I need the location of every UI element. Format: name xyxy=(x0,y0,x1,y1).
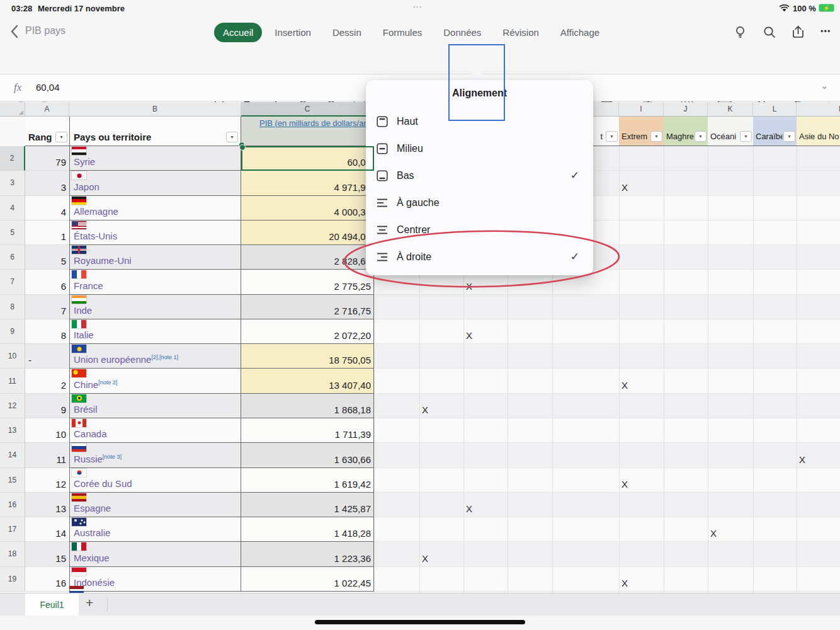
row-header-8[interactable]: 8 xyxy=(0,295,25,319)
cell-B7[interactable]: France xyxy=(69,270,241,294)
back-chevron-icon[interactable] xyxy=(10,24,19,39)
cell-K17-x-mark[interactable]: X xyxy=(710,528,717,539)
cell-E18-x-mark[interactable]: X xyxy=(422,553,428,564)
footnote-ref[interactable]: [2],[note 1] xyxy=(151,354,178,360)
cell-F16-x-mark[interactable]: X xyxy=(466,503,472,514)
menu-item-valign-middle[interactable]: Milieu xyxy=(366,135,593,162)
row-header-14[interactable]: 14 xyxy=(0,443,25,467)
cell-A16[interactable]: 13 xyxy=(25,493,69,517)
cell-A18[interactable]: 15 xyxy=(25,542,69,566)
cell-C9[interactable]: 2 072,20 xyxy=(241,319,374,344)
pib-header-link[interactable]: PIB (en milliards de dollars/an) xyxy=(245,118,371,129)
cell-L1-region[interactable]: Caraïbe▾ xyxy=(753,117,797,146)
cell-A7[interactable]: 6 xyxy=(25,270,69,294)
cell-A19[interactable]: 16 xyxy=(25,567,69,592)
column-header-I[interactable]: I xyxy=(619,102,664,117)
formula-expand-icon[interactable]: ⌄ xyxy=(820,80,829,91)
cell-B3[interactable]: Japon xyxy=(69,171,241,195)
column-header-A[interactable]: A xyxy=(25,102,69,117)
add-sheet-button[interactable]: + xyxy=(86,595,93,610)
cell-C14[interactable]: 1 630,66 xyxy=(241,443,374,467)
cell-A13[interactable]: 10 xyxy=(25,418,69,443)
footnote-ref[interactable]: [note 2] xyxy=(98,379,117,386)
cell-J1-region[interactable]: Maghre▾ xyxy=(664,117,708,146)
share-icon[interactable] xyxy=(791,25,805,39)
row-header-9[interactable]: 9 xyxy=(0,319,25,344)
row-header-16[interactable]: 16 xyxy=(0,493,25,517)
ribbon-tab-révision[interactable]: Révision xyxy=(494,23,548,42)
region-filter-button[interactable]: ▾ xyxy=(695,131,707,142)
more-icon[interactable]: ••• xyxy=(820,26,831,36)
cell-C10[interactable]: 18 750,05 xyxy=(241,344,374,369)
region-filter-button[interactable]: ▾ xyxy=(650,131,662,142)
sheet-tab-feuil1[interactable]: Feuil1 xyxy=(25,593,79,616)
column-header-B[interactable]: B xyxy=(69,102,241,117)
region-filter-button[interactable]: ▾ xyxy=(783,131,795,142)
selection-handle[interactable] xyxy=(239,144,246,151)
cell-C12[interactable]: 1 868,18 xyxy=(241,394,374,418)
cell-A11[interactable]: 2 xyxy=(25,369,69,393)
cell-A2[interactable]: 79 xyxy=(25,146,69,171)
cell-E12-x-mark[interactable]: X xyxy=(422,404,428,415)
cell-B6[interactable]: Royaume-Uni xyxy=(69,245,241,270)
cell-C8[interactable]: 2 716,75 xyxy=(241,295,374,319)
cell-C15[interactable]: 1 619,42 xyxy=(241,468,374,493)
cell-A15[interactable]: 12 xyxy=(25,468,69,493)
cell-B19[interactable]: Indonésie xyxy=(69,567,241,592)
cell-C16[interactable]: 1 425,87 xyxy=(241,493,374,517)
ribbon-tab-affichage[interactable]: Affichage xyxy=(552,23,608,42)
cell-C17[interactable]: 1 418,28 xyxy=(241,517,374,542)
cell-C3[interactable]: 4 971,93 xyxy=(241,171,374,195)
ribbon-tab-formules[interactable]: Formules xyxy=(374,23,431,42)
cell-I19-x-mark[interactable]: X xyxy=(621,578,628,588)
ribbon-tab-dessin[interactable]: Dessin xyxy=(324,23,370,42)
cell-B12[interactable]: Brésil xyxy=(69,394,241,418)
cell-I15-x-mark[interactable]: X xyxy=(621,479,628,490)
column-header-M[interactable]: M xyxy=(797,102,840,117)
cell-A9[interactable]: 8 xyxy=(25,319,69,344)
cell-A1-rang[interactable]: Rang ▾ xyxy=(25,117,69,146)
cell-B1-pays[interactable]: Pays ou territoire ▾ xyxy=(69,117,241,146)
footnote-ref[interactable]: [note 3] xyxy=(103,454,122,460)
cell-A8[interactable]: 7 xyxy=(25,295,69,319)
row-header-17[interactable]: 17 xyxy=(0,517,25,542)
row-header-4[interactable]: 4 xyxy=(0,196,25,220)
row-header-12[interactable]: 12 xyxy=(0,394,25,418)
search-icon[interactable] xyxy=(763,25,776,39)
cell-B8[interactable]: Inde xyxy=(69,295,241,319)
cell-M1-region[interactable]: Asie du No xyxy=(797,117,840,146)
cell-A3[interactable]: 3 xyxy=(25,171,69,195)
column-header-J[interactable]: J xyxy=(664,102,708,117)
row-header-6[interactable]: 6 xyxy=(0,245,25,270)
lightbulb-icon[interactable] xyxy=(734,25,747,39)
menu-item-align-center[interactable]: Centrer xyxy=(366,216,593,243)
row-header-10[interactable]: 10 xyxy=(0,344,25,369)
select-all-corner[interactable]: ◢ xyxy=(0,102,25,117)
ribbon-tab-accueil[interactable]: Accueil xyxy=(214,23,262,42)
cell-F9-x-mark[interactable]: X xyxy=(466,330,472,341)
rang-filter-button[interactable]: ▾ xyxy=(55,132,67,142)
cell-B5[interactable]: États-Unis xyxy=(69,220,241,245)
cell-B9[interactable]: Italie xyxy=(69,319,241,344)
row-header-7[interactable]: 7 xyxy=(0,270,25,294)
region-filter-button[interactable]: ▾ xyxy=(740,131,752,142)
cell-B10[interactable]: Union européenne[2],[note 1] xyxy=(69,344,241,369)
cell-F7-x-mark[interactable]: X xyxy=(466,281,472,292)
cell-A14[interactable]: 11 xyxy=(25,443,69,467)
cell-C18[interactable]: 1 223,36 xyxy=(241,542,374,566)
cell-A4[interactable]: 4 xyxy=(25,196,69,220)
region-filter-button[interactable]: ▾ xyxy=(606,131,618,142)
cell-B17[interactable]: Australie xyxy=(69,517,241,542)
cell-C4[interactable]: 4 000,39 xyxy=(241,196,374,220)
row-header-13[interactable]: 13 xyxy=(0,418,25,443)
cell-K1-region[interactable]: Océani▾ xyxy=(708,117,753,146)
home-indicator[interactable] xyxy=(315,620,525,624)
cell-A17[interactable]: 14 xyxy=(25,517,69,542)
column-header-L[interactable]: L xyxy=(753,102,797,117)
ribbon-tab-données[interactable]: Données xyxy=(434,23,490,42)
cell-C13[interactable]: 1 711,39 xyxy=(241,418,374,443)
ribbon-tab-insertion[interactable]: Insertion xyxy=(266,23,320,42)
cell-A10[interactable]: - xyxy=(25,344,69,369)
cell-B2[interactable]: Syrie xyxy=(69,146,241,171)
cell-B11[interactable]: Chine[note 2] xyxy=(69,369,241,393)
